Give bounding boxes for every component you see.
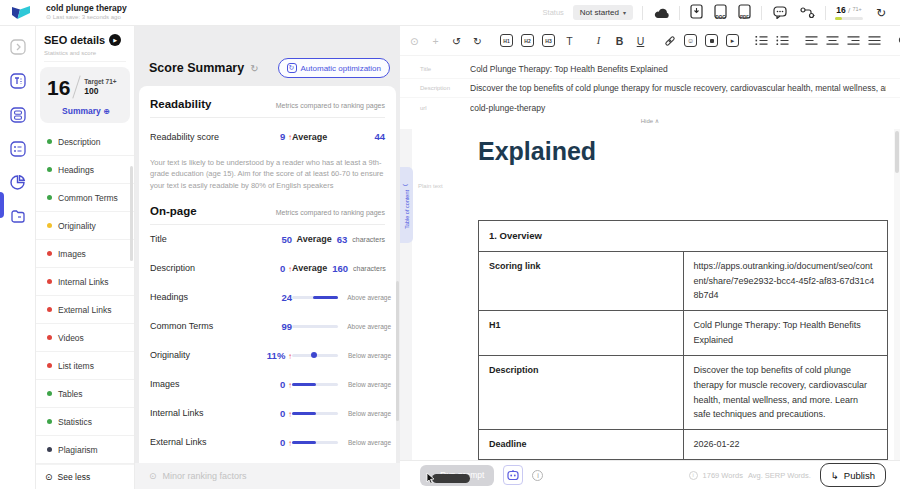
nav-checklist-icon[interactable]	[9, 140, 26, 157]
nav-documents-icon[interactable]	[9, 208, 26, 225]
slash: /	[848, 6, 850, 15]
redo-icon[interactable]: ↻	[471, 33, 484, 49]
table-value-cell[interactable]: Cold Plunge Therapy: Top Health Benefits…	[683, 311, 888, 356]
status-dot	[47, 307, 52, 312]
bullet-list-icon[interactable]	[776, 33, 789, 49]
video-icon[interactable]: ▸	[726, 33, 739, 49]
word-count-info: i 1769 Words Avg. SERP Words.	[689, 471, 811, 480]
metric-row-images: Images 0 ↑ Below average	[150, 370, 385, 399]
divider	[761, 6, 762, 20]
table-header-cell[interactable]: 1. Overview	[479, 221, 888, 252]
summary-link[interactable]: Summary ⊕	[47, 106, 125, 116]
italic-icon[interactable]: I	[592, 33, 605, 49]
table-value-cell[interactable]: Discover the top benefits of cold plunge…	[683, 355, 888, 429]
factor-videos[interactable]: Videos	[36, 324, 134, 352]
heading3-icon[interactable]: H3	[542, 33, 555, 49]
target-total: 100	[84, 86, 116, 96]
heading1-icon[interactable]: H1	[500, 33, 513, 49]
hide-meta-toggle[interactable]: Hide ∧	[400, 117, 900, 129]
seo-score-box: 16 Target 71+ 100 Summary ⊕	[40, 67, 130, 123]
editor-panel: ⊙ + ↺ ↻ H1 H2 H3 T I B U ☺ ▸	[400, 26, 900, 489]
align-right-icon[interactable]	[847, 33, 860, 49]
table-row: Scoring link https://apps.outranking.io/…	[479, 251, 888, 311]
table-key-cell[interactable]: Description	[479, 355, 684, 429]
cloud-sync-icon[interactable]	[652, 4, 670, 22]
target-label: Target 71+	[84, 78, 116, 86]
table-key-cell[interactable]: Deadline	[479, 430, 684, 460]
status-dot	[47, 279, 52, 284]
tutorial-play-button[interactable]: ▶	[109, 34, 121, 46]
nav-outline-icon[interactable]	[9, 106, 26, 123]
export-download-icon[interactable]	[689, 4, 704, 21]
see-less-button[interactable]: ⊙ See less	[36, 464, 134, 489]
status-dot	[47, 167, 52, 172]
table-of-content-tab[interactable]: ❭ Table of content	[400, 167, 413, 243]
expand-icon: ⊙	[149, 471, 157, 481]
factor-statistics[interactable]: Statistics	[36, 408, 134, 436]
url-field[interactable]: cold-plunge-therapy	[470, 103, 886, 113]
run-prompt-button[interactable]: Run prompt	[420, 465, 494, 486]
ordered-list-icon[interactable]	[755, 33, 768, 49]
outranking-logo-icon[interactable]	[10, 4, 32, 22]
undo-icon[interactable]: ↺	[450, 33, 463, 49]
description-field[interactable]: Discover the top benefits of cold plunge…	[470, 83, 886, 93]
table-value-cell[interactable]: 2026-01-22	[683, 430, 888, 460]
table-key-cell[interactable]: Scoring link	[479, 251, 684, 311]
title-field[interactable]: Cold Plunge Therapy: Top Health Benefits…	[470, 64, 886, 74]
clock-icon: ⊙	[46, 14, 51, 20]
score-progress-bar	[835, 17, 863, 20]
factor-plagiarism[interactable]: Plagiarism	[36, 436, 134, 464]
factor-internal-links[interactable]: Internal Links	[36, 268, 134, 296]
summary-panel-scrollbar[interactable]	[396, 281, 399, 421]
refresh-score-icon[interactable]: ↻	[872, 4, 890, 22]
seo-factor-list: Description Headings Common Terms Origin…	[36, 128, 134, 464]
image-icon[interactable]	[705, 33, 718, 49]
document-scrollbar[interactable]	[894, 129, 900, 460]
publish-button[interactable]: ↳ Publish	[820, 463, 886, 487]
factor-list-items[interactable]: List items	[36, 352, 134, 380]
nav-seo-score-icon[interactable]	[9, 174, 26, 191]
collapse-panel-icon[interactable]	[9, 38, 26, 55]
minor-ranking-factors-toggle[interactable]: ⊙ Minor ranking factors	[135, 463, 400, 489]
select-tool-icon[interactable]: ⊙	[408, 33, 421, 49]
underline-icon[interactable]: U	[634, 33, 647, 49]
divider	[642, 6, 643, 20]
factor-common-terms[interactable]: Common Terms	[36, 184, 134, 212]
align-justify-icon[interactable]	[868, 33, 881, 49]
seo-details-panel: SEO details ▶ Statistics and score 16 Ta…	[36, 26, 135, 489]
heading2-icon[interactable]: H2	[521, 33, 534, 49]
document-area[interactable]: ❭ Table of content Plain text Explained …	[400, 129, 900, 460]
table-key-cell[interactable]: H1	[479, 311, 684, 356]
document-meta: cold plunge therapy ⊙ Last save: 3 secon…	[46, 4, 127, 21]
emoji-icon[interactable]: ☺	[684, 33, 697, 49]
bold-icon[interactable]: B	[613, 33, 626, 49]
metric-row-internal-links: Internal Links 0 ↑ Below average	[150, 399, 385, 428]
seo-panel-scrollbar[interactable]	[130, 166, 133, 261]
document-heading[interactable]: Explained	[478, 137, 900, 166]
nav-title-tool-icon[interactable]	[9, 72, 26, 89]
seo-score-widget[interactable]: 16 / 71+	[835, 6, 863, 20]
metrics-card: Readability Metrics compared to ranking …	[139, 86, 396, 463]
ai-assistant-button[interactable]	[503, 465, 523, 485]
align-left-icon[interactable]	[805, 33, 818, 49]
status-dot	[47, 251, 52, 256]
factor-images[interactable]: Images	[36, 240, 134, 268]
align-center-icon[interactable]	[826, 33, 839, 49]
move-tool-icon[interactable]: +	[429, 33, 442, 49]
info-icon[interactable]: i	[532, 470, 543, 481]
factor-description[interactable]: Description	[36, 128, 134, 156]
link-icon[interactable]	[663, 33, 676, 49]
factor-tables[interactable]: Tables	[36, 380, 134, 408]
workflow-icon[interactable]	[798, 4, 816, 22]
paragraph-text-icon[interactable]: T	[563, 33, 576, 49]
table-value-cell[interactable]: https://apps.outranking.io/document/seo/…	[683, 251, 888, 311]
refresh-summary-icon[interactable]: ↻	[250, 63, 258, 74]
factor-headings[interactable]: Headings	[36, 156, 134, 184]
factor-originality[interactable]: Originality	[36, 212, 134, 240]
comments-icon[interactable]	[771, 4, 789, 22]
automatic-optimization-button[interactable]: ↻ Automatic optimization	[278, 58, 390, 78]
export-pdf-icon[interactable]: PDF	[737, 4, 752, 21]
status-dropdown[interactable]: Not started ▾	[573, 5, 633, 20]
factor-external-links[interactable]: External Links	[36, 296, 134, 324]
export-doc-icon[interactable]: DOC	[713, 4, 728, 21]
